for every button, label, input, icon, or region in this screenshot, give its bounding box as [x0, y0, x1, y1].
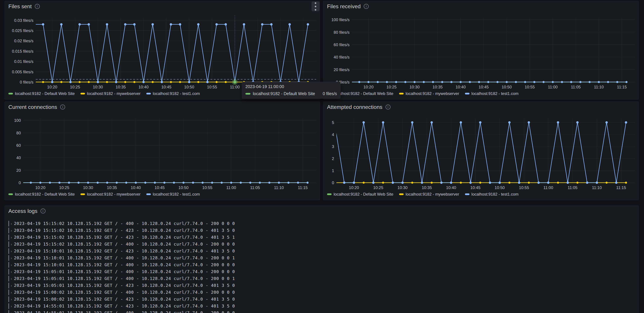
panel-files-received: Files received i 0 files/s20 files/s40 f…: [323, 1, 638, 100]
log-line-text: 2023-04-19 15:15:02 10.128.15.192 GET / …: [14, 221, 235, 226]
log-expand-chevron-icon[interactable]: ›: [11, 304, 12, 308]
legend-item[interactable]: localhost:9182 - Default Web Site: [327, 192, 394, 197]
legend-series-chip: [8, 93, 13, 94]
log-level-bar: [8, 248, 9, 254]
legend-item[interactable]: localhost:9182 - Default Web Site: [8, 91, 75, 96]
legend-series-chip: [80, 193, 85, 195]
chart-attempted-connections[interactable]: 01234510:2010:2510:3010:3510:4010:4510:5…: [325, 112, 637, 190]
log-row[interactable]: ›2023-04-19 15:00:02 10.128.15.192 GET /…: [8, 289, 635, 296]
log-level-bar: [8, 228, 9, 233]
svg-text:11:00: 11:00: [226, 185, 236, 190]
log-row[interactable]: ›2023-04-19 15:10:01 10.128.15.192 GET /…: [8, 248, 635, 254]
log-expand-chevron-icon[interactable]: ›: [11, 242, 12, 246]
log-row[interactable]: ›2023-04-19 15:15:02 10.128.15.192 GET /…: [8, 220, 635, 227]
log-row[interactable]: ›2023-04-19 15:15:02 10.128.15.192 GET /…: [8, 234, 635, 241]
chart-files-sent[interactable]: 0 files/s0.005 files/s0.01 files/s0.015 …: [6, 11, 318, 90]
info-icon[interactable]: i: [60, 105, 65, 110]
legend-series-chip: [399, 93, 404, 94]
log-row[interactable]: ›2023-04-19 15:15:02 10.128.15.192 GET /…: [8, 227, 635, 234]
log-row[interactable]: ›2023-04-19 15:05:01 10.128.15.192 GET /…: [8, 268, 635, 275]
log-row[interactable]: ›2023-04-19 15:05:01 10.128.15.192 GET /…: [8, 275, 635, 282]
panel-header: Files received i: [323, 1, 638, 12]
chart-current-connections[interactable]: 02040608010010:2010:2510:3010:3510:4010:…: [6, 112, 318, 190]
grafana-dashboard: { "dashboard": { "background": "#0f1116"…: [0, 0, 644, 313]
panel-header: Files sent i: [5, 1, 320, 12]
svg-text:0.005 files/s: 0.005 files/s: [12, 70, 34, 74]
log-level-bar: [8, 262, 9, 268]
svg-text:10:20: 10:20: [35, 185, 45, 190]
log-row[interactable]: ›2023-04-19 15:05:01 10.128.15.192 GET /…: [8, 282, 635, 289]
log-row[interactable]: ›2023-04-19 15:10:01 10.128.15.192 GET /…: [8, 254, 635, 261]
log-expand-chevron-icon[interactable]: ›: [11, 284, 12, 288]
legend-item[interactable]: localhost:9182 - test1.com: [146, 192, 200, 197]
log-line-text: 2023-04-19 15:15:02 10.128.15.192 GET / …: [14, 228, 235, 233]
log-row[interactable]: ›2023-04-19 14:55:01 10.128.15.192 GET /…: [8, 310, 635, 313]
legend-series-label: localhost:9182 - mywebserver: [87, 91, 140, 96]
svg-text:11:10: 11:10: [592, 185, 602, 190]
legend-series-label: localhost:9182 - test1.com: [153, 192, 200, 197]
info-icon[interactable]: i: [386, 105, 390, 110]
log-line-text: 2023-04-19 15:05:01 10.128.15.192 GET / …: [14, 276, 235, 281]
log-expand-chevron-icon[interactable]: ›: [11, 263, 12, 267]
legend-item[interactable]: localhost:9182 - mywebserver: [80, 91, 140, 96]
svg-text:4: 4: [332, 132, 334, 137]
legend-item[interactable]: localhost:9182 - mywebserver: [399, 192, 459, 197]
log-expand-chevron-icon[interactable]: ›: [11, 222, 12, 226]
log-level-bar: [8, 290, 9, 295]
log-row[interactable]: ›2023-04-19 15:10:01 10.128.15.192 GET /…: [8, 261, 635, 268]
legend-item[interactable]: localhost:9182 - test1.com: [465, 91, 518, 96]
svg-text:10:35: 10:35: [422, 185, 432, 190]
svg-text:10:40: 10:40: [138, 85, 148, 89]
log-level-bar: [8, 221, 9, 226]
log-expand-chevron-icon[interactable]: ›: [11, 235, 12, 239]
svg-text:10:35: 10:35: [116, 85, 126, 89]
log-expand-chevron-icon[interactable]: ›: [11, 277, 12, 281]
svg-text:10:45: 10:45: [154, 185, 164, 190]
legend-item[interactable]: localhost:9182 - test1.com: [465, 192, 518, 197]
svg-text:10:20: 10:20: [47, 85, 57, 89]
log-line-text: 2023-04-19 14:55:01 10.128.15.192 GET / …: [14, 304, 235, 309]
svg-text:20 files/s: 20 files/s: [334, 67, 350, 72]
log-expand-chevron-icon[interactable]: ›: [11, 311, 12, 313]
panel-menu-button[interactable]: [312, 1, 320, 11]
legend-series-chip: [399, 193, 404, 195]
log-expand-chevron-icon[interactable]: ›: [11, 297, 12, 301]
svg-text:80 files/s: 80 files/s: [334, 30, 350, 34]
legend-item[interactable]: localhost:9182 - mywebserver: [80, 192, 140, 197]
svg-text:10:55: 10:55: [519, 185, 529, 190]
log-expand-chevron-icon[interactable]: ›: [11, 256, 12, 260]
svg-text:11:10: 11:10: [594, 85, 604, 89]
legend-attempted-connections: localhost:9182 - Default Web Sitelocalho…: [327, 191, 636, 198]
log-row[interactable]: ›2023-04-19 14:55:01 10.128.15.192 GET /…: [8, 303, 635, 310]
log-level-bar: [8, 310, 9, 313]
svg-text:10:45: 10:45: [161, 85, 171, 89]
log-level-bar: [8, 303, 9, 309]
svg-text:10:40: 10:40: [446, 185, 456, 190]
log-expand-chevron-icon[interactable]: ›: [11, 228, 12, 232]
legend-item[interactable]: localhost:9182 - mywebserver: [399, 91, 459, 96]
log-expand-chevron-icon[interactable]: ›: [11, 290, 12, 294]
info-icon[interactable]: i: [40, 208, 46, 213]
log-line-text: 2023-04-19 14:55:01 10.128.15.192 GET / …: [14, 311, 235, 313]
info-icon[interactable]: i: [35, 4, 40, 9]
legend-series-label: localhost:9182 - test1.com: [472, 91, 518, 96]
info-icon[interactable]: i: [364, 4, 369, 9]
log-line-text: 2023-04-19 15:15:02 10.128.15.192 GET / …: [14, 235, 235, 240]
log-row[interactable]: ›2023-04-19 15:00:02 10.128.15.192 GET /…: [8, 296, 635, 303]
svg-text:10:25: 10:25: [59, 185, 69, 190]
legend-item[interactable]: localhost:9182 - test1.com: [146, 91, 200, 96]
legend-item[interactable]: localhost:9182 - Default Web Site: [8, 192, 75, 197]
svg-text:11:00: 11:00: [544, 185, 553, 190]
legend-series-chip: [465, 193, 470, 195]
log-expand-chevron-icon[interactable]: ›: [11, 249, 12, 253]
panel-title-files-sent: Files sent: [8, 3, 32, 9]
log-line-text: 2023-04-19 15:10:01 10.128.15.192 GET / …: [14, 249, 235, 253]
legend-files-received: localhost:9182 - Default Web Sitelocalho…: [327, 90, 636, 97]
log-row[interactable]: ›2023-04-19 15:15:02 10.128.15.192 GET /…: [8, 241, 635, 248]
log-level-bar: [8, 283, 9, 288]
chart-files-received[interactable]: 0 files/s20 files/s40 files/s60 files/s8…: [325, 11, 637, 90]
svg-text:0: 0: [19, 180, 21, 185]
log-expand-chevron-icon[interactable]: ›: [11, 270, 12, 274]
svg-text:10:35: 10:35: [432, 85, 442, 89]
tooltip-timestamp: 2023-04-19 11:00:00: [246, 84, 337, 89]
